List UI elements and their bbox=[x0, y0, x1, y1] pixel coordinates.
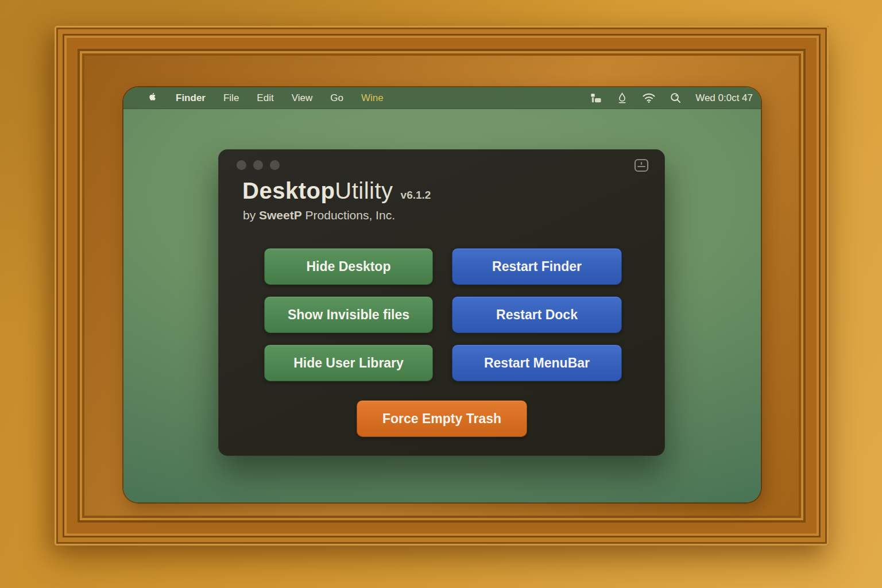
window-controls bbox=[237, 160, 280, 170]
ink-drop-icon[interactable] bbox=[616, 91, 628, 105]
menu-file[interactable]: File bbox=[223, 92, 239, 104]
version-label: v6.1.2 bbox=[401, 189, 431, 202]
hide-desktop-button[interactable]: Hide Desktop bbox=[264, 248, 433, 285]
picture-frame: Finder File Edit View Go Wine bbox=[55, 26, 829, 546]
byline-brand: SweetP bbox=[259, 208, 302, 222]
menu-view[interactable]: View bbox=[292, 92, 313, 104]
wifi-icon[interactable] bbox=[642, 92, 656, 103]
close-button[interactable] bbox=[237, 160, 246, 170]
app-title-light: Utility bbox=[335, 178, 393, 204]
menu-bar-menus: Finder File Edit View Go Wine bbox=[123, 90, 384, 106]
desktop-background: Finder File Edit View Go Wine bbox=[123, 87, 761, 502]
wall: { "menu_bar": { "menus": [ { "id": "find… bbox=[0, 0, 882, 588]
byline: by SweetP Productions, Inc. bbox=[243, 208, 395, 222]
menu-bar-clock[interactable]: Wed 0:0ct 47 bbox=[695, 92, 753, 104]
restart-finder-button[interactable]: Restart Finder bbox=[452, 248, 622, 285]
menu-edit[interactable]: Edit bbox=[257, 92, 273, 104]
restart-menubar-button[interactable]: Restart MenuBar bbox=[452, 345, 622, 381]
byline-prefix: by bbox=[243, 208, 259, 222]
minimize-button[interactable] bbox=[253, 160, 263, 170]
button-grid: Hide Desktop Restart Finder Show Invisib… bbox=[264, 248, 622, 381]
menu-wine[interactable]: Wine bbox=[361, 92, 384, 104]
apple-menu[interactable] bbox=[147, 90, 158, 106]
byline-suffix: Productions, Inc. bbox=[302, 208, 395, 222]
show-invisible-files-button[interactable]: Show Invisible files bbox=[264, 296, 433, 333]
app-title: DesktopUtility v6.1.2 bbox=[242, 178, 431, 204]
apple-logo-icon bbox=[147, 90, 158, 106]
menu-bar: Finder File Edit View Go Wine bbox=[123, 87, 761, 109]
zoom-button[interactable] bbox=[270, 160, 280, 170]
app-title-bold: Desktop bbox=[242, 178, 335, 204]
hide-user-library-button[interactable]: Hide User Library bbox=[264, 345, 433, 381]
force-empty-trash-button[interactable]: Force Empty Trash bbox=[357, 400, 527, 437]
desktoputility-window: DesktopUtility v6.1.2 by SweetP Producti… bbox=[218, 149, 665, 456]
stage-manager-icon[interactable] bbox=[589, 92, 602, 104]
search-icon[interactable] bbox=[670, 92, 682, 104]
menu-go[interactable]: Go bbox=[330, 92, 343, 104]
menu-bar-status: Wed 0:0ct 47 bbox=[589, 91, 761, 105]
window-panel-toggle-icon[interactable] bbox=[633, 158, 649, 175]
restart-dock-button[interactable]: Restart Dock bbox=[452, 296, 622, 333]
menu-finder[interactable]: Finder bbox=[176, 92, 206, 104]
